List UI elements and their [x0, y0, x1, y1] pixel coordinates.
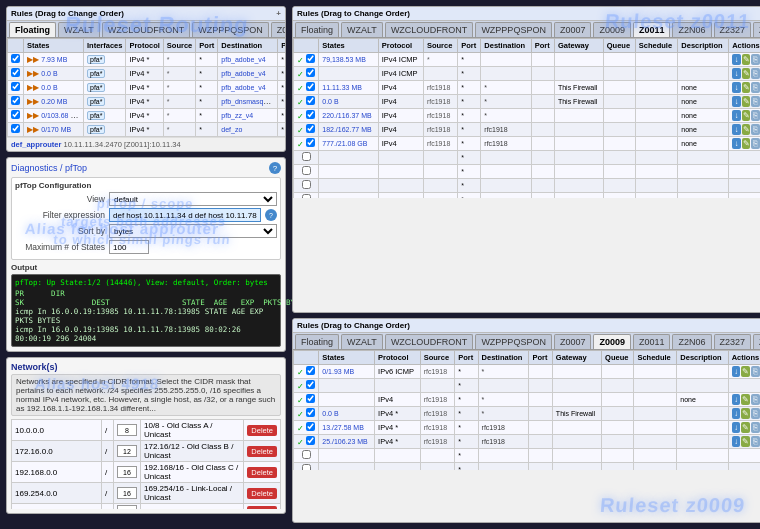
delete-network-button[interactable]: Delete — [247, 488, 277, 499]
tab-r1-z2n06[interactable]: Z2N06 — [672, 22, 711, 37]
action-copy[interactable]: ⎘ — [751, 394, 760, 405]
ruleset-z0011-tabs[interactable]: Floating WZALT WZCLOUDFRONT WZPPPQSPON Z… — [293, 21, 760, 38]
ruleset-z0011-panel: Rules (Drag to Change Order) + Floating … — [292, 6, 760, 313]
tab-r2-z2328[interactable]: Z2328 — [753, 334, 760, 349]
action-edit[interactable]: ✎ — [741, 394, 750, 405]
action-edit[interactable]: ✎ — [742, 68, 751, 79]
tab-z0007[interactable]: Z0007 — [271, 22, 286, 37]
tab-wzalt[interactable]: WZALT — [58, 22, 100, 37]
tab-r2-floating[interactable]: Floating — [295, 334, 339, 349]
view-select[interactable]: default — [109, 192, 277, 206]
table-row: ✓ 11.11.33 MB IPv4 rfc1918 * * This Fire… — [294, 81, 761, 95]
sort-label: Sort by — [15, 226, 105, 236]
action-copy[interactable]: ⎘ — [751, 82, 760, 93]
tab-r1-z2328[interactable]: Z2328 — [753, 22, 760, 37]
action-edit[interactable]: ✎ — [742, 110, 751, 121]
action-download[interactable]: ↓ — [732, 436, 741, 447]
tab-r2-wzalt[interactable]: WZALT — [341, 334, 383, 349]
cidr-input[interactable] — [117, 505, 137, 509]
action-copy[interactable]: ⎘ — [751, 436, 760, 447]
action-copy[interactable]: ⎘ — [751, 138, 760, 149]
action-download[interactable]: ↓ — [732, 110, 741, 121]
table-row: ▶▶ 0/170 MB pfa* IPv4 * * * def_zo * ↓ ✎… — [8, 123, 286, 137]
action-copy[interactable]: ⎘ — [751, 422, 760, 433]
action-copy[interactable]: ⎘ — [751, 408, 760, 419]
action-edit[interactable]: ✎ — [742, 82, 751, 93]
action-edit[interactable]: ✎ — [741, 422, 750, 433]
action-download[interactable]: ↓ — [732, 408, 741, 419]
tab-r1-wzpppqspon[interactable]: WZPPPQSPON — [475, 22, 552, 37]
output-label: Output — [11, 263, 281, 272]
list-item: 192.168.0.0 / 192.168/16 - Old Class C /… — [12, 462, 281, 483]
tab-r2-z2327[interactable]: Z2327 — [714, 334, 752, 349]
list-item: 10.0.0.0 / 10/8 - Old Class A / Unicast … — [12, 420, 281, 441]
tab-r2-z0007[interactable]: Z0007 — [554, 334, 592, 349]
table-row: ✓ 79,138.53 MB IPv4 ICMP * * ↓ ✎ ⎘ ✕ ▲ ▼ — [294, 53, 761, 67]
tab-r1-floating[interactable]: Floating — [295, 22, 339, 37]
tab-r1-wzalt[interactable]: WZALT — [341, 22, 383, 37]
action-download[interactable]: ↓ — [732, 124, 741, 135]
tab-r2-z0011[interactable]: Z0011 — [633, 334, 671, 349]
action-download[interactable]: ↓ — [732, 82, 741, 93]
tab-r2-z2n06[interactable]: Z2N06 — [672, 334, 711, 349]
action-download[interactable]: ↓ — [732, 138, 741, 149]
tab-floating[interactable]: Floating — [9, 22, 56, 37]
filter-input[interactable] — [109, 208, 261, 222]
tab-r1-wzcloudfront[interactable]: WZCLOUDFRONT — [385, 22, 474, 37]
action-download[interactable]: ↓ — [732, 422, 741, 433]
action-copy[interactable]: ⎘ — [751, 96, 760, 107]
table-row: * — [294, 151, 761, 165]
tab-r1-z0009[interactable]: Z0009 — [593, 22, 631, 37]
filter-help-icon[interactable]: ? — [265, 209, 277, 221]
delete-network-button[interactable]: Delete — [247, 467, 277, 478]
action-edit[interactable]: ✎ — [741, 436, 750, 447]
max-input[interactable] — [109, 240, 149, 254]
action-download[interactable]: ↓ — [732, 96, 741, 107]
table-row: * — [294, 165, 761, 179]
floating-tabs[interactable]: Floating WZALT WZCLOUDFRONT WZPPPQSPON Z… — [7, 21, 285, 38]
action-edit[interactable]: ✎ — [742, 124, 751, 135]
cidr-input[interactable] — [117, 424, 137, 436]
ruleset-z0009-tabs[interactable]: Floating WZALT WZCLOUDFRONT WZPPPQSPON Z… — [293, 333, 760, 350]
ruleset-z0009-title: Rules (Drag to Change Order) + — [293, 319, 760, 333]
action-copy[interactable]: ⎘ — [751, 124, 760, 135]
action-edit[interactable]: ✎ — [742, 138, 751, 149]
action-copy[interactable]: ⎘ — [751, 54, 760, 65]
action-copy[interactable]: ⎘ — [751, 110, 760, 121]
tab-r2-z0009[interactable]: Z0009 — [593, 334, 631, 349]
action-download[interactable]: ↓ — [732, 366, 741, 377]
pftop-output: pfTop: Up State:1/2 (14446), View: defau… — [11, 274, 281, 347]
action-edit[interactable]: ✎ — [742, 96, 751, 107]
list-item: 169.254.0.0 / 169.254/16 - Link-Local / … — [12, 483, 281, 504]
delete-network-button[interactable]: Delete — [247, 446, 277, 457]
delete-network-button[interactable]: Delete — [247, 425, 277, 436]
action-download[interactable]: ↓ — [732, 394, 741, 405]
pf-config-label: pfTop Configuration — [15, 181, 277, 190]
list-item: 172.16.0.0 / 172.16/12 - Old Class B / U… — [12, 441, 281, 462]
help-icon[interactable]: ? — [269, 162, 281, 174]
table-row: ✓ 777./21.08 GB IPv4 rfc1918 * rfc1918 n… — [294, 137, 761, 151]
action-edit[interactable]: ✎ — [741, 408, 750, 419]
tab-r2-wzpppqspon[interactable]: WZPPPQSPON — [475, 334, 552, 349]
action-copy[interactable]: ⎘ — [751, 68, 760, 79]
tab-r1-z0007[interactable]: Z0007 — [554, 22, 592, 37]
action-copy[interactable]: ⎘ — [751, 366, 760, 377]
delete-network-button[interactable]: Delete — [247, 506, 277, 510]
tab-r2-wzcloudfront[interactable]: WZCLOUDFRONT — [385, 334, 474, 349]
tab-wzpppqspon[interactable]: WZPPPQSPON — [192, 22, 269, 37]
tab-r1-z0011[interactable]: Z0011 — [633, 22, 671, 37]
table-row: ✓ IPv4 ICMP * ↓ ✎ ⎘ ✕ ▲ ▼ — [294, 67, 761, 81]
action-edit[interactable]: ✎ — [741, 366, 750, 377]
sort-select[interactable]: bytes — [109, 224, 277, 238]
table-row: ✓ 0.0 B IPv4 rfc1918 * * This Firewall n… — [294, 95, 761, 109]
cidr-input[interactable] — [117, 466, 137, 478]
cidr-input[interactable] — [117, 445, 137, 457]
tab-r1-z2327[interactable]: Z2327 — [714, 22, 752, 37]
tab-wzcloudfront[interactable]: WZCLOUDFRONT — [102, 22, 191, 37]
cidr-input[interactable] — [117, 487, 137, 499]
diag-breadcrumb: Diagnostics / pfTop — [11, 163, 87, 173]
action-download[interactable]: ↓ — [732, 54, 741, 65]
action-edit[interactable]: ✎ — [742, 54, 751, 65]
action-download[interactable]: ↓ — [732, 68, 741, 79]
table-row: ▶▶ 7.93 MB pfa* IPv4 * * * pfb_adobe_v4 … — [8, 53, 286, 67]
